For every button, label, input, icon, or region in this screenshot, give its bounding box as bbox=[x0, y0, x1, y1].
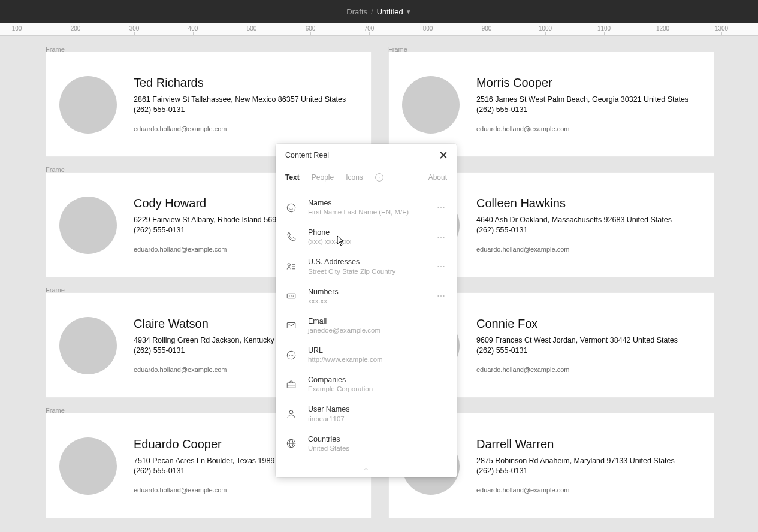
avatar[interactable] bbox=[59, 317, 117, 374]
content-item-sub: http://www.example.com bbox=[308, 355, 436, 364]
content-item-url[interactable]: URLhttp://www.example.com⋯ bbox=[276, 340, 457, 370]
briefcase-icon bbox=[285, 379, 297, 391]
tab-text[interactable]: Text bbox=[285, 173, 300, 182]
cursor-icon bbox=[337, 235, 345, 246]
card-email[interactable]: eduardo.holland@example.com bbox=[476, 366, 569, 373]
card-email[interactable]: eduardo.holland@example.com bbox=[476, 246, 569, 253]
svg-point-13 bbox=[292, 355, 293, 355]
card-phone[interactable]: (262) 555-0131 bbox=[134, 226, 185, 234]
card-email[interactable]: eduardo.holland@example.com bbox=[476, 125, 569, 132]
content-item-title: Email bbox=[308, 316, 436, 326]
card-email[interactable]: eduardo.holland@example.com bbox=[134, 486, 227, 494]
content-item-sub: (xxx) xxx-xxxx bbox=[308, 237, 436, 246]
content-item-companies[interactable]: CompaniesExample Corporation⋯ bbox=[276, 370, 457, 399]
idlist-icon bbox=[285, 261, 297, 273]
ruler-tick: 300 bbox=[129, 25, 140, 32]
canvas[interactable]: Content Reel Text People Icons i About N… bbox=[0, 36, 758, 532]
panel-header: Content Reel bbox=[276, 144, 457, 167]
tab-people[interactable]: People bbox=[312, 173, 334, 182]
close-icon[interactable] bbox=[440, 152, 447, 159]
phone-icon bbox=[285, 231, 297, 243]
card-phone[interactable]: (262) 555-0131 bbox=[476, 226, 527, 234]
card-name[interactable]: Ted Richards bbox=[134, 76, 204, 90]
card-name[interactable]: Eduardo Cooper bbox=[134, 437, 222, 451]
more-icon[interactable]: ⋯ bbox=[436, 232, 447, 242]
content-item-phone[interactable]: Phone(xxx) xxx-xxxx⋯ bbox=[276, 222, 457, 252]
card-email[interactable]: eduardo.holland@example.com bbox=[134, 246, 227, 253]
card[interactable]: Ted Richards2861 Fairview St Tallahassee… bbox=[46, 52, 372, 157]
ruler-tick: 200 bbox=[71, 25, 81, 32]
content-item-names[interactable]: NamesFirst Name Last Name (EN, M/F)⋯ bbox=[276, 193, 457, 222]
card-address[interactable]: 2516 James St West Palm Beach, Georgia 3… bbox=[476, 95, 688, 104]
more-icon[interactable]: ⋯ bbox=[436, 203, 447, 213]
content-item-title: Numbers bbox=[308, 287, 436, 297]
panel-list: NamesFirst Name Last Name (EN, M/F)⋯Phon… bbox=[276, 188, 457, 462]
card-phone[interactable]: (262) 555-0131 bbox=[476, 467, 527, 475]
card-address[interactable]: 2861 Fairview St Tallahassee, New Mexico… bbox=[134, 95, 346, 104]
card-name[interactable]: Claire Watson bbox=[134, 317, 209, 331]
face-icon bbox=[285, 202, 297, 214]
panel-tabs: Text People Icons i About bbox=[276, 167, 457, 188]
tab-icons[interactable]: Icons bbox=[346, 173, 363, 182]
more-icon[interactable]: ⋯ bbox=[436, 291, 447, 301]
card-name[interactable]: Morris Cooper bbox=[476, 76, 552, 90]
chevron-down-icon[interactable]: ▼ bbox=[406, 8, 412, 15]
content-item-sub: tinbear1107 bbox=[308, 415, 436, 424]
avatar[interactable] bbox=[59, 76, 117, 134]
content-item-title: Phone bbox=[308, 228, 436, 237]
breadcrumb-root[interactable]: Drafts bbox=[346, 7, 367, 16]
card[interactable]: Morris Cooper2516 James St West Palm Bea… bbox=[388, 52, 714, 157]
breadcrumb-title[interactable]: Untitled bbox=[377, 7, 403, 16]
card-address[interactable]: 2875 Robinson Rd Anaheim, Maryland 97133… bbox=[476, 457, 675, 465]
card-phone[interactable]: (262) 555-0131 bbox=[134, 467, 185, 475]
more-icon[interactable]: ⋯ bbox=[436, 262, 447, 271]
card-phone[interactable]: (262) 555-0131 bbox=[134, 346, 185, 355]
globe-icon bbox=[285, 437, 297, 449]
content-item-email[interactable]: Emailjanedoe@example.com⋯ bbox=[276, 311, 457, 340]
content-item-title: User Names bbox=[308, 404, 436, 414]
svg-point-11 bbox=[289, 355, 290, 355]
avatar[interactable] bbox=[402, 76, 460, 134]
card-email[interactable]: eduardo.holland@example.com bbox=[476, 486, 569, 494]
ruler-tick: 1000 bbox=[539, 25, 552, 32]
avatar[interactable] bbox=[59, 197, 117, 254]
card-name[interactable]: Darrell Warren bbox=[476, 437, 554, 451]
svg-rect-9 bbox=[287, 323, 295, 328]
url-icon bbox=[285, 349, 297, 361]
content-item-u-s-addresses[interactable]: U.S. AddressesStreet City State Zip Coun… bbox=[276, 252, 457, 281]
ruler-tick: 1300 bbox=[715, 25, 728, 32]
content-item-title: U.S. Addresses bbox=[308, 257, 436, 267]
content-item-sub: United States bbox=[308, 444, 436, 453]
card-address[interactable]: 4640 Ash Dr Oakland, Massachusetts 92683… bbox=[476, 216, 672, 224]
card-address[interactable]: 9609 Frances Ct West Jordan, Vermont 384… bbox=[476, 336, 678, 344]
ruler-horizontal: 1002003004005006007008009001000110012001… bbox=[0, 23, 758, 36]
plugin-panel: Content Reel Text People Icons i About N… bbox=[276, 144, 457, 477]
card-name[interactable]: Cody Howard bbox=[134, 197, 206, 210]
ruler-tick: 1200 bbox=[656, 25, 669, 32]
ruler-tick: 600 bbox=[306, 25, 316, 32]
ruler-tick: 1100 bbox=[597, 25, 611, 32]
mail-icon bbox=[285, 319, 297, 331]
ruler-tick: 400 bbox=[188, 25, 198, 32]
content-item-numbers[interactable]: 123Numbersxxx.xx⋯ bbox=[276, 282, 457, 311]
svg-point-16 bbox=[289, 410, 293, 414]
svg-text:123: 123 bbox=[289, 294, 294, 298]
svg-point-3 bbox=[288, 264, 291, 267]
avatar[interactable] bbox=[59, 437, 117, 495]
content-item-countries[interactable]: CountriesUnited States⋯ bbox=[276, 429, 457, 458]
card-email[interactable]: eduardo.holland@example.com bbox=[134, 125, 227, 132]
card-name[interactable]: Colleen Hawkins bbox=[476, 197, 566, 210]
ruler-tick: 500 bbox=[247, 25, 257, 32]
content-item-sub: Example Corporation bbox=[308, 385, 436, 394]
panel-collapse-icon[interactable]: ︿ bbox=[276, 462, 457, 477]
content-item-user-names[interactable]: User Namestinbear1107⋯ bbox=[276, 399, 457, 428]
content-item-title: Countries bbox=[308, 434, 436, 444]
card-phone[interactable]: (262) 555-0131 bbox=[476, 346, 527, 355]
card-email[interactable]: eduardo.holland@example.com bbox=[134, 366, 227, 373]
card-phone[interactable]: (262) 555-0131 bbox=[476, 105, 527, 114]
svg-point-1 bbox=[289, 206, 290, 207]
card-phone[interactable]: (262) 555-0131 bbox=[134, 105, 185, 114]
card-name[interactable]: Connie Fox bbox=[476, 317, 537, 331]
tab-about[interactable]: About bbox=[428, 173, 447, 182]
info-icon[interactable]: i bbox=[375, 173, 383, 182]
